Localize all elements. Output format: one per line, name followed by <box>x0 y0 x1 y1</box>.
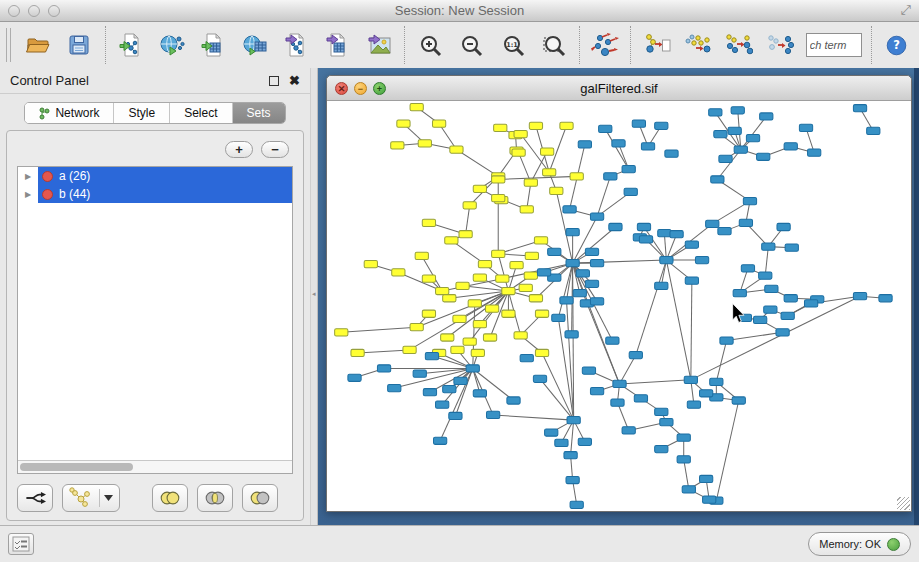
open-folder-button[interactable] <box>22 27 54 63</box>
blue-node[interactable] <box>473 390 486 397</box>
blue-node[interactable] <box>685 277 698 284</box>
tab-network[interactable]: Network <box>25 103 114 123</box>
yellow-node[interactable] <box>364 261 377 268</box>
yellow-node[interactable] <box>391 142 404 149</box>
blue-node[interactable] <box>765 285 778 292</box>
export-image-button[interactable] <box>362 27 394 63</box>
yellow-node[interactable] <box>510 262 523 269</box>
blue-node[interactable] <box>537 269 550 276</box>
blue-node[interactable] <box>434 437 447 444</box>
memory-status-button[interactable]: Memory: OK <box>808 532 911 556</box>
tab-style[interactable]: Style <box>114 103 170 123</box>
blue-node[interactable] <box>700 475 713 482</box>
blue-node[interactable] <box>718 228 731 235</box>
import-network-url-button[interactable] <box>156 27 188 63</box>
blue-node[interactable] <box>348 374 361 381</box>
yellow-node[interactable] <box>529 295 542 302</box>
blue-node[interactable] <box>634 395 647 402</box>
yellow-node[interactable] <box>535 310 548 317</box>
zoom-in-button[interactable] <box>414 27 446 63</box>
blue-node[interactable] <box>590 260 603 267</box>
blue-node[interactable] <box>585 280 598 287</box>
blue-node[interactable] <box>853 293 866 300</box>
import-table-url-button[interactable] <box>239 27 271 63</box>
blue-node[interactable] <box>684 376 697 383</box>
blue-node[interactable] <box>706 220 719 227</box>
blue-node[interactable] <box>624 188 637 195</box>
search-input[interactable] <box>806 33 862 57</box>
scrollbar-thumb[interactable] <box>20 463 133 471</box>
yellow-node[interactable] <box>392 269 405 276</box>
yellow-node[interactable] <box>524 179 537 186</box>
import-network-button[interactable] <box>115 27 147 63</box>
blue-node[interactable] <box>564 452 577 459</box>
blue-node[interactable] <box>567 417 580 424</box>
blue-node[interactable] <box>533 375 546 382</box>
tab-select[interactable]: Select <box>170 103 232 123</box>
blue-node[interactable] <box>719 155 732 162</box>
help-button[interactable]: ? <box>881 27 913 63</box>
blue-node[interactable] <box>733 289 746 296</box>
show-all-nodes-button[interactable] <box>723 27 755 63</box>
blue-node[interactable] <box>757 153 770 160</box>
blue-node[interactable] <box>760 113 773 120</box>
yellow-node[interactable] <box>436 287 449 294</box>
blue-node[interactable] <box>709 109 722 116</box>
blue-node[interactable] <box>660 419 673 426</box>
blue-node[interactable] <box>622 166 635 173</box>
blue-node[interactable] <box>599 125 612 132</box>
blue-node[interactable] <box>637 223 650 230</box>
blue-node[interactable] <box>777 223 790 230</box>
blue-node[interactable] <box>454 377 467 384</box>
split-sets-button[interactable] <box>17 484 53 512</box>
blue-node[interactable] <box>746 135 759 142</box>
yellow-node[interactable] <box>453 315 466 322</box>
blue-node[interactable] <box>784 143 797 150</box>
close-panel-icon[interactable]: ✖ <box>289 73 300 88</box>
blue-node[interactable] <box>714 130 727 137</box>
blue-node[interactable] <box>741 265 754 272</box>
blue-node[interactable] <box>641 143 654 150</box>
blue-node[interactable] <box>612 140 625 147</box>
blue-node[interactable] <box>566 476 579 483</box>
horizontal-scrollbar[interactable] <box>18 460 292 473</box>
blue-node[interactable] <box>764 306 777 313</box>
blue-node[interactable] <box>487 411 500 418</box>
blue-node[interactable] <box>762 243 775 250</box>
blue-node[interactable] <box>560 297 573 304</box>
blue-node[interactable] <box>682 486 695 493</box>
blue-node[interactable] <box>552 314 565 321</box>
yellow-node[interactable] <box>473 320 486 327</box>
yellow-node[interactable] <box>478 261 491 268</box>
yellow-node[interactable] <box>445 237 458 244</box>
yellow-node[interactable] <box>415 252 428 259</box>
yellow-node[interactable] <box>492 250 505 257</box>
blue-node[interactable] <box>520 355 533 362</box>
expand-arrow-icon[interactable]: ▶ <box>18 167 38 185</box>
network-from-selection-button[interactable] <box>640 27 672 63</box>
set-row[interactable]: ▶a (26) <box>18 167 292 185</box>
panel-divider[interactable]: ◂ <box>310 68 318 525</box>
yellow-node[interactable] <box>535 349 548 356</box>
blue-node[interactable] <box>585 248 598 255</box>
blue-node[interactable] <box>582 367 595 374</box>
blue-node[interactable] <box>566 229 579 236</box>
blue-node[interactable] <box>655 282 668 289</box>
tab-sets[interactable]: Sets <box>233 103 285 123</box>
yellow-node[interactable] <box>541 148 554 155</box>
blue-node[interactable] <box>388 384 401 391</box>
blue-node[interactable] <box>655 408 668 415</box>
yellow-node[interactable] <box>410 104 423 111</box>
yellow-node[interactable] <box>418 140 431 147</box>
blue-node[interactable] <box>731 107 744 114</box>
yellow-node[interactable] <box>459 231 472 238</box>
blue-node[interactable] <box>660 256 673 263</box>
network-graph[interactable] <box>327 101 911 511</box>
blue-node[interactable] <box>555 439 568 446</box>
yellow-node[interactable] <box>514 332 527 339</box>
blue-node[interactable] <box>685 241 698 248</box>
yellow-node[interactable] <box>550 187 563 194</box>
yellow-node[interactable] <box>351 349 364 356</box>
blue-node[interactable] <box>655 122 668 129</box>
blue-node[interactable] <box>590 298 603 305</box>
